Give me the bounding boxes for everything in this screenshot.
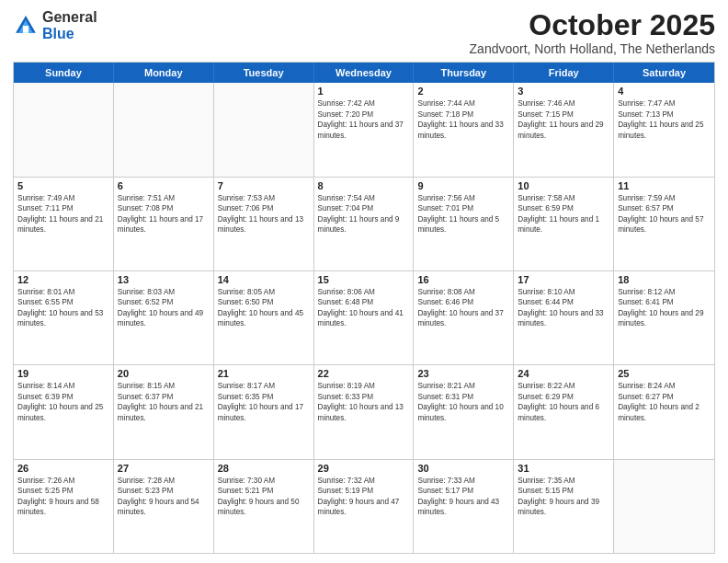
sunset-text: Sunset: 7:18 PM	[417, 109, 509, 120]
daylight-text: Daylight: 11 hours and 17 minutes.	[118, 214, 210, 236]
calendar-row-2: 5Sunrise: 7:49 AMSunset: 7:11 PMDaylight…	[14, 177, 714, 270]
sunset-text: Sunset: 6:44 PM	[518, 297, 609, 307]
day-cell-26: 26Sunrise: 7:26 AMSunset: 5:25 PMDayligh…	[14, 460, 114, 553]
sunrise-text: Sunrise: 8:10 AM	[518, 287, 609, 297]
sunrise-text: Sunrise: 7:28 AM	[118, 476, 210, 486]
calendar: SundayMondayTuesdayWednesdayThursdayFrid…	[13, 62, 715, 554]
daylight-text: Daylight: 9 hours and 47 minutes.	[318, 497, 410, 518]
day-cell-4: 4Sunrise: 7:47 AMSunset: 7:13 PMDaylight…	[614, 83, 714, 176]
sunset-text: Sunset: 6:41 PM	[618, 297, 711, 307]
sunset-text: Sunset: 5:15 PM	[518, 486, 609, 496]
logo-general: General	[42, 9, 97, 26]
logo: General Blue	[13, 9, 97, 41]
sunset-text: Sunset: 6:55 PM	[17, 297, 109, 307]
day-number: 2	[417, 86, 509, 97]
sunset-text: Sunset: 6:27 PM	[618, 392, 711, 402]
daylight-text: Daylight: 10 hours and 45 minutes.	[218, 308, 310, 329]
daylight-text: Daylight: 10 hours and 2 minutes.	[618, 402, 711, 423]
day-cell-16: 16Sunrise: 8:08 AMSunset: 6:46 PMDayligh…	[414, 271, 514, 364]
logo-blue: Blue	[42, 26, 97, 42]
day-cell-29: 29Sunrise: 7:32 AMSunset: 5:19 PMDayligh…	[314, 460, 415, 553]
sunrise-text: Sunrise: 7:51 AM	[118, 193, 210, 203]
day-cell-31: 31Sunrise: 7:35 AMSunset: 5:15 PMDayligh…	[514, 460, 614, 553]
daylight-text: Daylight: 9 hours and 58 minutes.	[17, 497, 109, 518]
daylight-text: Daylight: 10 hours and 25 minutes.	[17, 402, 109, 423]
calendar-row-3: 12Sunrise: 8:01 AMSunset: 6:55 PMDayligh…	[14, 270, 714, 364]
daylight-text: Daylight: 9 hours and 43 minutes.	[417, 497, 509, 518]
sunrise-text: Sunrise: 8:15 AM	[118, 381, 210, 391]
daylight-text: Daylight: 10 hours and 10 minutes.	[417, 402, 509, 423]
daylight-text: Daylight: 11 hours and 13 minutes.	[218, 214, 310, 236]
day-number: 5	[17, 180, 109, 191]
sunset-text: Sunset: 5:19 PM	[318, 486, 410, 496]
day-number: 19	[17, 368, 109, 379]
day-cell-30: 30Sunrise: 7:33 AMSunset: 5:17 PMDayligh…	[414, 460, 514, 553]
subtitle: Zandvoort, North Holland, The Netherland…	[470, 41, 715, 56]
daylight-text: Daylight: 10 hours and 21 minutes.	[118, 402, 210, 423]
sunset-text: Sunset: 7:01 PM	[417, 203, 509, 213]
sunrise-text: Sunrise: 7:46 AM	[518, 98, 609, 109]
day-cell-1: 1Sunrise: 7:42 AMSunset: 7:20 PMDaylight…	[314, 83, 415, 176]
daylight-text: Daylight: 11 hours and 33 minutes.	[417, 120, 509, 141]
day-cell-20: 20Sunrise: 8:15 AMSunset: 6:37 PMDayligh…	[114, 365, 214, 458]
day-number: 28	[218, 463, 310, 474]
sunset-text: Sunset: 6:37 PM	[118, 392, 210, 402]
empty-cell-0-2	[214, 83, 314, 176]
daylight-text: Daylight: 10 hours and 17 minutes.	[218, 402, 310, 423]
day-number: 17	[518, 274, 609, 285]
sunrise-text: Sunrise: 7:35 AM	[518, 476, 609, 486]
sunrise-text: Sunrise: 8:03 AM	[118, 287, 210, 297]
day-number: 1	[318, 86, 410, 97]
sunrise-text: Sunrise: 8:21 AM	[417, 381, 509, 391]
day-cell-25: 25Sunrise: 8:24 AMSunset: 6:27 PMDayligh…	[614, 365, 714, 458]
day-cell-13: 13Sunrise: 8:03 AMSunset: 6:52 PMDayligh…	[114, 271, 214, 364]
sunrise-text: Sunrise: 8:06 AM	[318, 287, 410, 297]
day-number: 9	[417, 180, 509, 191]
logo-text: General Blue	[42, 9, 97, 41]
sunset-text: Sunset: 7:13 PM	[618, 109, 711, 120]
sunset-text: Sunset: 7:15 PM	[518, 109, 609, 120]
sunset-text: Sunset: 7:20 PM	[318, 109, 410, 120]
day-cell-9: 9Sunrise: 7:56 AMSunset: 7:01 PMDaylight…	[414, 178, 514, 270]
sunrise-text: Sunrise: 7:59 AM	[618, 193, 711, 203]
calendar-row-5: 26Sunrise: 7:26 AMSunset: 5:25 PMDayligh…	[14, 459, 714, 553]
day-number: 6	[118, 180, 210, 191]
daylight-text: Daylight: 11 hours and 5 minutes.	[417, 214, 509, 236]
sunrise-text: Sunrise: 8:24 AM	[618, 381, 711, 391]
day-cell-12: 12Sunrise: 8:01 AMSunset: 6:55 PMDayligh…	[14, 271, 114, 364]
day-cell-11: 11Sunrise: 7:59 AMSunset: 6:57 PMDayligh…	[614, 178, 714, 270]
day-cell-3: 3Sunrise: 7:46 AMSunset: 7:15 PMDaylight…	[514, 83, 614, 176]
day-cell-22: 22Sunrise: 8:19 AMSunset: 6:33 PMDayligh…	[314, 365, 415, 458]
day-number: 30	[417, 463, 509, 474]
daylight-text: Daylight: 9 hours and 54 minutes.	[118, 497, 210, 518]
sunset-text: Sunset: 5:21 PM	[218, 486, 310, 496]
daylight-text: Daylight: 10 hours and 53 minutes.	[17, 308, 109, 329]
header-day-thursday: Thursday	[414, 63, 514, 83]
calendar-row-4: 19Sunrise: 8:14 AMSunset: 6:39 PMDayligh…	[14, 364, 714, 458]
header-day-tuesday: Tuesday	[214, 63, 314, 83]
day-cell-7: 7Sunrise: 7:53 AMSunset: 7:06 PMDaylight…	[214, 178, 314, 270]
day-cell-14: 14Sunrise: 8:05 AMSunset: 6:50 PMDayligh…	[214, 271, 314, 364]
sunset-text: Sunset: 6:31 PM	[417, 392, 509, 402]
empty-cell-0-1	[114, 83, 214, 176]
daylight-text: Daylight: 9 hours and 50 minutes.	[218, 497, 310, 518]
day-number: 12	[17, 274, 109, 285]
sunset-text: Sunset: 6:50 PM	[218, 297, 310, 307]
sunrise-text: Sunrise: 7:32 AM	[318, 476, 410, 486]
sunrise-text: Sunrise: 8:05 AM	[218, 287, 310, 297]
empty-cell-0-0	[14, 83, 114, 176]
sunrise-text: Sunrise: 8:14 AM	[17, 381, 109, 391]
sunrise-text: Sunrise: 7:49 AM	[17, 193, 109, 203]
day-number: 15	[318, 274, 410, 285]
day-cell-17: 17Sunrise: 8:10 AMSunset: 6:44 PMDayligh…	[514, 271, 614, 364]
empty-cell-4-6	[614, 460, 714, 553]
sunrise-text: Sunrise: 7:33 AM	[417, 476, 509, 486]
day-number: 10	[518, 180, 609, 191]
day-number: 14	[218, 274, 310, 285]
sunrise-text: Sunrise: 8:19 AM	[318, 381, 410, 391]
daylight-text: Daylight: 11 hours and 25 minutes.	[618, 120, 711, 141]
sunset-text: Sunset: 6:48 PM	[318, 297, 410, 307]
sunset-text: Sunset: 5:23 PM	[118, 486, 210, 496]
title-block: October 2025 Zandvoort, North Holland, T…	[470, 9, 715, 56]
calendar-row-1: 1Sunrise: 7:42 AMSunset: 7:20 PMDaylight…	[14, 83, 714, 176]
